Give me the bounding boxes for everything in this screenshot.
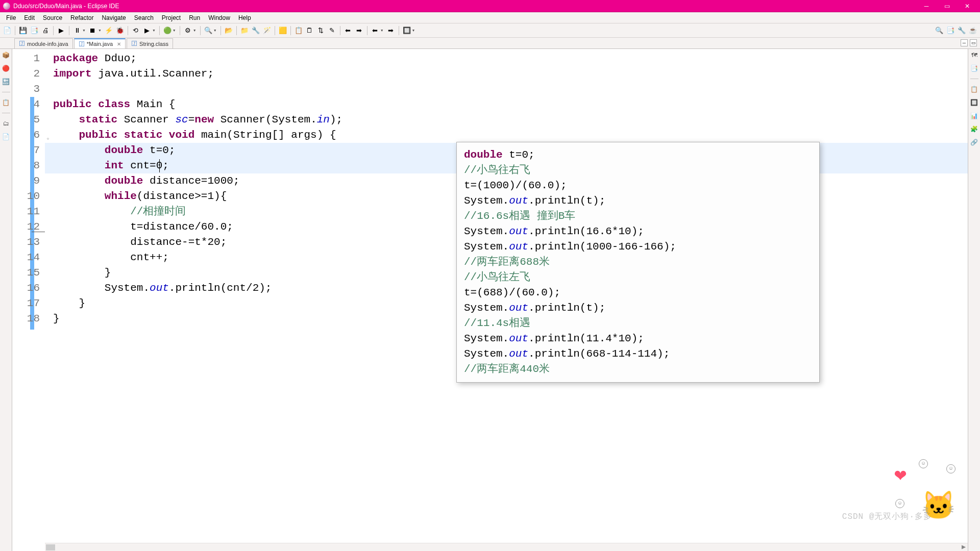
right-trim-icon-3[interactable]: 🔲 (970, 98, 978, 107)
scroll-right-icon[interactable]: ▸ (960, 540, 968, 552)
toolbar-button-21[interactable]: ⇅ (316, 26, 326, 36)
code-line[interactable]: cnt++; (53, 250, 342, 265)
code-line[interactable] (53, 82, 342, 97)
left-trim-icon-2[interactable]: 🔙 (2, 78, 10, 86)
toolbar-button-26[interactable]: ➡ (386, 26, 396, 36)
toolbar-button-3[interactable]: 🖨 (40, 26, 51, 36)
close-tab-icon[interactable]: ✕ (117, 41, 121, 47)
left-trim-icon-5[interactable]: 📄 (2, 133, 10, 141)
code-line[interactable]: } (53, 296, 342, 311)
toolbar-button-24[interactable]: ➡ (354, 26, 364, 36)
menu-navigate[interactable]: Navigate (97, 13, 130, 22)
code-hover-popup: double t=0;//小鸟往右飞t=(1000)/(60.0);System… (456, 142, 820, 383)
scroll-thumb[interactable] (46, 544, 55, 550)
maximize-view-button[interactable]: ▭ (970, 39, 977, 46)
right-trim-icon-6[interactable]: 🔗 (970, 138, 978, 146)
line-number-gutter: 123456789101112131415161718 (12, 49, 45, 327)
toolbar-button-27[interactable]: 🔲 (402, 26, 412, 36)
toolbar-button-11[interactable]: 🟢 (162, 26, 173, 36)
toolbar-button-6[interactable]: ⏹ (88, 26, 98, 36)
code-editor[interactable]: 123456789101112131415161718 ◦ package Dd… (12, 49, 968, 551)
right-trim-icon-0[interactable]: 🗺 (970, 51, 978, 59)
toolbar-button-12[interactable]: ⚙ (183, 26, 193, 36)
right-trim-icon-4[interactable]: 📊 (970, 112, 978, 120)
toolbar-button-10[interactable]: ▶ (142, 26, 152, 36)
toolbar-right-3[interactable]: ☕ (968, 26, 978, 36)
menu-window[interactable]: Window (204, 13, 234, 22)
code-line[interactable]: double distance=1000; (53, 173, 342, 189)
main-toolbar: 📄💾📑🖨▶⏸▼⏹▼⚡🐞⟲▶▼🟢▼⚙▼🔍▼📂📁🔧🪄🟨📋🗒⇅✎⬅➡⬅▼➡🔲▼🔍📑🔧☕ (0, 23, 980, 38)
toolbar-button-20[interactable]: 🗒 (305, 26, 315, 36)
right-trim-icon-2[interactable]: 📋 (970, 85, 978, 93)
code-content[interactable]: package Dduo;import java.util.Scanner;pu… (53, 51, 342, 327)
toolbar-button-8[interactable]: 🐞 (115, 26, 125, 36)
tab-label: *Main.java (87, 41, 113, 47)
toolbar-button-17[interactable]: 🪄 (262, 26, 272, 36)
code-line[interactable]: t=distance/60.0; (53, 219, 342, 235)
left-trim-icon-3[interactable]: 📋 (2, 98, 10, 107)
toolbar-button-16[interactable]: 🔧 (251, 26, 261, 36)
toolbar-button-18[interactable]: 🟨 (278, 26, 288, 36)
hover-line: //小鸟往右飞 (464, 163, 812, 178)
code-line[interactable]: public static void main(String[] args) { (53, 128, 342, 143)
toolbar-button-13[interactable]: 🔍 (203, 26, 213, 36)
editor-tab-1[interactable]: 🄹*Main.java✕ (74, 38, 126, 48)
editor-tab-0[interactable]: 🄹module-info.java (14, 38, 73, 48)
close-button[interactable]: ✕ (958, 1, 977, 11)
code-line[interactable]: import java.util.Scanner; (53, 66, 342, 82)
toolbar-button-15[interactable]: 📁 (239, 26, 250, 36)
menu-refactor[interactable]: Refactor (66, 13, 97, 22)
toolbar-button-5[interactable]: ⏸ (72, 26, 82, 36)
hover-line: System.out.println(668-114-114); (464, 346, 812, 362)
toolbar-button-22[interactable]: ✎ (327, 26, 337, 36)
toolbar-button-25[interactable]: ⬅ (370, 26, 380, 36)
maximize-button[interactable]: ▭ (937, 1, 957, 11)
line-number: 16 (12, 281, 40, 296)
minimize-view-button[interactable]: ─ (961, 39, 968, 46)
toolbar-right-1[interactable]: 📑 (945, 26, 955, 36)
editor-tab-row: 🄹module-info.java🄹*Main.java✕🄹String.cla… (0, 38, 980, 49)
menu-source[interactable]: Source (39, 13, 66, 22)
toolbar-button-23[interactable]: ⬅ (343, 26, 353, 36)
horizontal-scrollbar[interactable]: ▸ (45, 543, 968, 551)
toolbar-button-14[interactable]: 📂 (224, 26, 234, 36)
hover-line: //两车距离688米 (464, 255, 812, 270)
toolbar-button-1[interactable]: 💾 (18, 26, 28, 36)
minimize-button[interactable]: ─ (917, 1, 936, 11)
right-trim-icon-1[interactable]: 📑 (970, 64, 978, 72)
code-line[interactable]: package Dduo; (53, 51, 342, 66)
menu-help[interactable]: Help (234, 13, 255, 22)
toolbar-right-0[interactable]: 🔍 (934, 26, 944, 36)
line-number: 9 (12, 173, 40, 189)
code-line[interactable]: System.out.println(cnt/2); (53, 281, 342, 296)
toolbar-right-2[interactable]: 🔧 (957, 26, 967, 36)
code-line[interactable]: } (53, 311, 342, 327)
code-line[interactable]: static Scanner sc=new Scanner(System.in)… (53, 112, 342, 128)
java-file-icon: 🄹 (79, 41, 85, 47)
code-line[interactable]: //相撞时间 (53, 204, 342, 219)
toolbar-button-9[interactable]: ⟲ (131, 26, 141, 36)
toolbar-button-19[interactable]: 📋 (293, 26, 304, 36)
menu-run[interactable]: Run (185, 13, 204, 22)
code-line[interactable]: public class Main { (53, 97, 342, 112)
code-line[interactable]: } (53, 265, 342, 281)
menu-edit[interactable]: Edit (20, 13, 39, 22)
code-line[interactable]: double t=0; (53, 143, 342, 158)
toolbar-button-0[interactable]: 📄 (2, 26, 12, 36)
code-line[interactable]: distance-=t*20; (53, 235, 342, 250)
menu-file[interactable]: File (2, 13, 20, 22)
title-bar: Dduo/src/Dduo/Main.java - Eclipse IDE ─ … (0, 0, 980, 12)
left-trim-icon-0[interactable]: 📦 (2, 51, 10, 59)
toolbar-button-7[interactable]: ⚡ (104, 26, 114, 36)
menu-search[interactable]: Search (130, 13, 158, 22)
menu-project[interactable]: Project (158, 13, 185, 22)
editor-tab-2[interactable]: 🄹String.class (127, 38, 173, 48)
code-line[interactable]: int cnt=0; (53, 158, 342, 173)
toolbar-button-4[interactable]: ▶ (56, 26, 66, 36)
right-trim-icon-5[interactable]: 🧩 (970, 125, 978, 133)
hover-line: System.out.println(t); (464, 300, 812, 316)
left-trim-icon-1[interactable]: 🔴 (2, 64, 10, 72)
toolbar-button-2[interactable]: 📑 (29, 26, 39, 36)
left-trim-icon-4[interactable]: 🗂 (2, 119, 10, 128)
code-line[interactable]: while(distance>=1){ (53, 189, 342, 204)
